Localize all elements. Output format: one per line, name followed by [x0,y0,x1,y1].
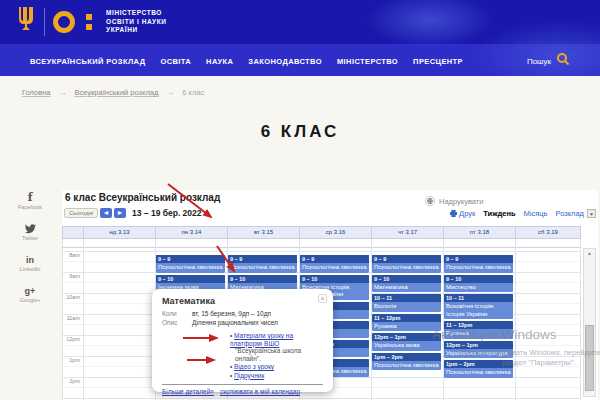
event-time: 1pm – 2pm [444,360,513,368]
tab-agenda[interactable]: Розклад ▼ [556,209,597,218]
time-label: 11am [62,315,80,321]
social-share-bar: fFacebookTwitterinLinkedIng+Google+ [8,192,52,303]
event-time: 9 – 10 [372,275,441,283]
agenda-dropdown-icon[interactable]: ▼ [587,209,596,218]
nav-item-1[interactable]: ВСЕУКРАЇНСЬКИЙ РОЗКЛАД [30,57,145,66]
prev-week-button[interactable]: ◄ [100,208,112,218]
next-week-button[interactable]: ► [114,208,126,218]
calendar-event[interactable]: 10 – 11Всесвітня історія. Історія Україн… [444,294,513,319]
event-title: Психологічна хвилинка [372,361,441,371]
column-divider [515,239,516,400]
tab-week[interactable]: Тиждень [483,209,515,218]
day-header-6: пт 3.18 [443,226,515,239]
breadcrumb: Головна→Всеукраїнський розклад→6 клас [22,88,204,97]
close-icon[interactable]: × [318,294,327,303]
popup-link-suffix: "Всеукраїнська школа онлайн". [235,347,323,362]
popup-footer-link-1[interactable]: Більше деталей» [162,388,214,395]
event-time: 9 – 10 [444,275,513,283]
event-title: Психологічна хвилинка [156,263,225,273]
social-label: Facebook [18,204,42,210]
event-title: Біологія [372,302,441,312]
popup-when-label: Коли [162,310,192,318]
calendar-event[interactable]: 12pm – 1pmУкраїнська література [444,341,513,359]
day-header-2: пн 3.14 [155,226,227,239]
search-button[interactable]: Пошук [527,52,570,70]
nav-item-2[interactable]: ОСВІТА [160,57,191,66]
nav-item-4[interactable]: ЗАКОНОДАВСТВО [248,57,322,66]
calendar-event[interactable]: 9 – 10Мистецтво [444,275,513,293]
printer-icon [425,196,435,206]
social-label: Twitter [22,235,38,241]
calendar-event[interactable]: 9 – 9Психологічна хвилинка [156,255,225,273]
tab-print[interactable]: Друк [450,209,475,218]
event-time: 9 – 9 [300,255,369,263]
search-icon[interactable] [556,52,570,70]
calendar-event[interactable]: 9 – 9Психологічна хвилинка [228,255,297,273]
event-popup: × Математика Коли вт, 15 березня, 9дп – … [152,289,333,392]
share-facebook[interactable]: fFacebook [8,192,52,210]
social-label: LinkedIn [20,266,41,272]
calendar-toolbar: Сьогодні ◄ ► 13 – 19 бер. 2022▼ Друк Тиж… [64,207,596,221]
event-title: Психологічна хвилинка [228,263,297,273]
calendar-event[interactable]: 1pm – 2pmПсихологічна хвилинка [444,360,513,378]
breadcrumb-item-1[interactable]: Головна [22,88,51,97]
calendar-event[interactable]: 9 – 9Психологічна хвилинка [444,255,513,273]
calendar-event[interactable]: 11 – 12pmРуханка [372,314,441,332]
calendar-event[interactable]: 11 – 12pmРуханка [444,321,513,339]
breadcrumb-arrow-icon: → [59,88,67,97]
time-label: 10am [62,294,80,300]
share-twitter[interactable]: Twitter [8,223,52,241]
mon-ring-icon [53,11,75,33]
nav-item-3[interactable]: НАУКА [206,57,233,66]
share-linkedin[interactable]: inLinkedIn [8,254,52,272]
event-title: Психологічна хвилинка [300,263,369,273]
calendar-event[interactable]: 9 – 9Психологічна хвилинка [372,255,441,273]
nav-item-5[interactable]: МІНІСТЕРСТВО [337,57,398,66]
day-header-1: нд 3.13 [83,226,155,239]
share-googleplus[interactable]: g+Google+ [8,285,52,303]
popup-footer-link-2[interactable]: скопіювати в мій календар [220,388,300,395]
event-title: Мистецтво [444,283,513,293]
calendar-event[interactable]: 9 – 9Психологічна хвилинка [300,255,369,273]
calendar-event[interactable]: 1pm – 2pmПсихологічна хвилинка [372,353,441,371]
event-time: 9 – 10 [156,275,225,283]
calendar-scrollbar[interactable]: ▲ [583,248,596,397]
popup-desc-value: Ділення раціональних чисел [192,319,278,327]
popup-link-item-3: Підручник [230,372,323,380]
event-time: 10 – 11 [372,294,441,302]
popup-link[interactable]: Відео з уроку [234,363,274,370]
linkedin-icon: in [26,254,34,265]
calendar-allday-row [62,239,581,248]
popup-link[interactable]: Матеріали уроку на платформі ВШО [230,332,293,347]
event-title: Всесвітня історія. Історія України [444,302,513,319]
facebook-icon: f [28,192,33,203]
popup-link[interactable]: Підручник [234,372,264,379]
schedule-title: 6 клас Всеукраїнський розклад [65,192,220,203]
today-button[interactable]: Сьогодні [64,208,98,218]
tab-month[interactable]: Місяць [524,209,548,218]
day-header-3: вт 3.15 [227,226,299,239]
nav-item-6[interactable]: ПРЕСЦЕНТР [413,57,463,66]
event-title: Математика [372,283,441,293]
print-icon [450,210,457,217]
date-range-dropdown[interactable]: 13 – 19 бер. 2022▼ [132,208,210,218]
event-time: 9 – 9 [228,255,297,263]
ministry-logo[interactable]: МІНІСТЕРСТВО ОСВІТИ І НАУКИ УКРАЇНИ [16,6,167,38]
social-label: Google+ [20,297,41,303]
event-title: Психологічна хвилинка [372,263,441,273]
scroll-up-icon[interactable]: ▲ [584,249,595,258]
calendar-event[interactable]: 10 – 11Біологія [372,294,441,312]
day-header-4: ср 3.16 [299,226,371,239]
time-label: 1pm [62,357,80,363]
calendar-event[interactable]: 9 – 10Математика [372,275,441,293]
print-page-button[interactable]: Надрукувати [425,196,483,206]
scrollbar-thumb[interactable] [585,325,594,391]
breadcrumb-item-2[interactable]: Всеукраїнський розклад [75,88,159,97]
calendar-event[interactable]: 12pm – 1pmУкраїнська мова [372,333,441,351]
event-time: 9 – 9 [372,255,441,263]
twitter-icon [24,223,36,234]
event-time: 9 – 9 [156,255,225,263]
ministry-name: МІНІСТЕРСТВО ОСВІТИ І НАУКИ УКРАЇНИ [106,9,167,35]
day-header-7: сб 3.19 [515,226,580,239]
event-title: Психологічна хвилинка [444,263,513,273]
